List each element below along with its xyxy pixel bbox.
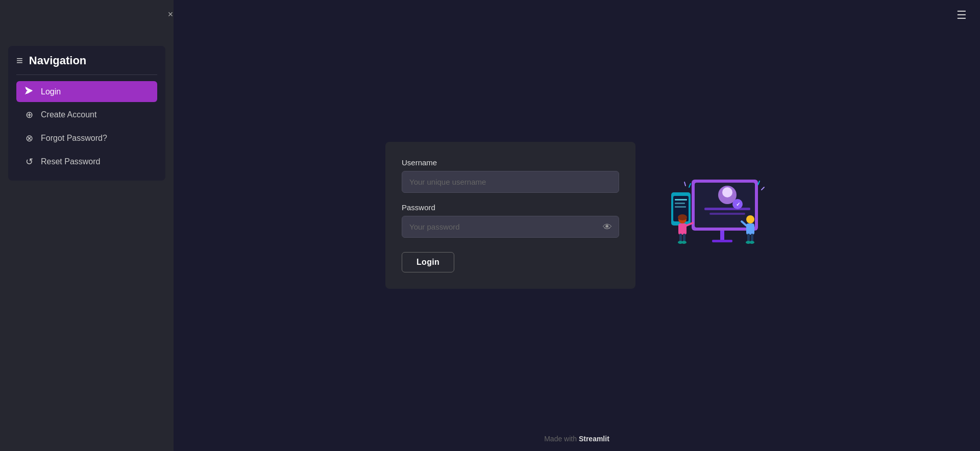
svg-rect-17 [678,223,687,235]
svg-text:✓: ✓ [736,202,740,207]
footer: Made with Streamlit [174,435,980,443]
svg-rect-13 [675,203,685,204]
svg-point-16 [678,214,687,220]
svg-rect-12 [675,199,687,201]
svg-rect-24 [746,223,754,235]
svg-line-32 [758,181,760,185]
svg-point-3 [722,187,732,197]
footer-brand: Streamlit [579,435,609,443]
nav-item-forgot-password[interactable]: ⊗ Forgot Password? [16,128,157,149]
nav-item-login-label: Login [41,87,61,96]
sidebar-close-button[interactable]: × [163,7,178,21]
svg-rect-4 [704,208,750,210]
nav-item-create-account[interactable]: ⊕ Create Account [16,104,157,126]
svg-rect-19 [683,234,685,242]
svg-line-30 [689,184,691,187]
nav-item-reset-password-label: Reset Password [41,157,101,166]
username-label: Username [402,158,619,167]
reset-password-icon: ↺ [23,156,35,167]
nav-item-create-account-label: Create Account [41,110,96,119]
login-button[interactable]: Login [402,252,454,272]
login-card: Username Password 👁 Login [385,142,635,289]
svg-point-21 [681,241,687,244]
svg-rect-26 [751,234,753,242]
username-input[interactable] [402,171,619,193]
svg-rect-9 [712,240,732,242]
login-illustration: ✓ [656,164,768,266]
svg-rect-25 [747,234,750,242]
svg-rect-14 [675,206,686,208]
svg-line-31 [684,182,685,186]
nav-items-list: ⮞ Login ⊕ Create Account ⊗ Forgot Passwo… [16,81,157,172]
nav-item-forgot-password-label: Forgot Password? [41,134,107,143]
forgot-password-icon: ⊗ [23,133,35,144]
password-input[interactable] [402,216,619,238]
svg-point-28 [749,241,754,244]
hamburger-button[interactable]: ☰ [953,7,970,23]
nav-header: ≡ Navigation [16,54,157,75]
nav-header-title: Navigation [29,54,86,67]
svg-rect-5 [709,213,745,215]
nav-header-icon: ≡ [16,55,23,66]
sidebar: ≡ Navigation ⮞ Login ⊕ Create Account ⊗ … [0,0,174,451]
sidebar-nav-panel: ≡ Navigation ⮞ Login ⊕ Create Account ⊗ … [8,46,165,181]
svg-line-33 [762,187,764,190]
password-wrapper: 👁 [402,216,619,238]
login-icon: ⮞ [23,86,35,97]
svg-rect-18 [679,234,682,242]
password-label: Password [402,203,619,212]
nav-item-reset-password[interactable]: ↺ Reset Password [16,151,157,172]
svg-point-23 [746,215,754,223]
nav-item-login[interactable]: ⮞ Login [16,81,157,102]
footer-prefix: Made with [544,435,579,443]
svg-rect-8 [720,231,724,240]
center-area: Username Password 👁 Login [385,142,768,289]
create-account-icon: ⊕ [23,109,35,120]
main-content: Username Password 👁 Login [174,0,980,451]
show-password-icon[interactable]: 👁 [603,221,612,232]
